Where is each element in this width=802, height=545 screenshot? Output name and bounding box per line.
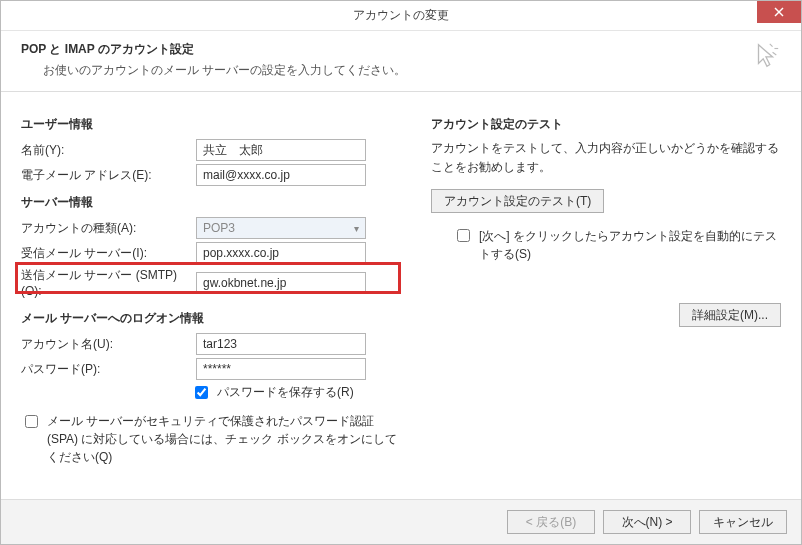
label-email: 電子メール アドレス(E): [21, 167, 196, 184]
svg-line-4 [773, 52, 777, 55]
back-button: < 戻る(B) [507, 510, 595, 534]
label-outgoing: 送信メール サーバー (SMTP)(O): [21, 267, 196, 298]
content: ユーザー情報 名前(Y): 電子メール アドレス(E): サーバー情報 アカウン… [1, 92, 801, 499]
input-account[interactable] [196, 333, 366, 355]
label-spa: メール サーバーがセキュリティで保護されたパスワード認証 (SPA) に対応して… [47, 412, 401, 466]
label-name: 名前(Y): [21, 142, 196, 159]
row-account: アカウント名(U): [21, 333, 401, 355]
input-incoming[interactable] [196, 242, 366, 264]
checkbox-spa[interactable] [25, 415, 38, 428]
header-desc: お使いのアカウントのメール サーバーの設定を入力してください。 [43, 62, 406, 79]
row-account-type: アカウントの種類(A): POP3 ▾ [21, 217, 401, 239]
footer: < 戻る(B) 次へ(N) > キャンセル [1, 499, 801, 544]
row-name: 名前(Y): [21, 139, 401, 161]
label-account-type: アカウントの種類(A): [21, 220, 196, 237]
svg-line-2 [770, 44, 773, 47]
section-test: アカウント設定のテスト [431, 116, 781, 133]
label-password: パスワード(P): [21, 361, 196, 378]
input-outgoing[interactable] [196, 272, 366, 294]
select-account-type: POP3 ▾ [196, 217, 366, 239]
row-password: パスワード(P): [21, 358, 401, 380]
next-button[interactable]: 次へ(N) > [603, 510, 691, 534]
label-auto-test: [次へ] をクリックしたらアカウント設定を自動的にテストする(S) [479, 227, 781, 263]
details-button[interactable]: 詳細設定(M)... [679, 303, 781, 327]
test-desc: アカウントをテストして、入力内容が正しいかどうかを確認することをお勧めします。 [431, 139, 781, 177]
header-title: POP と IMAP のアカウント設定 [21, 41, 406, 58]
input-email[interactable] [196, 164, 366, 186]
dialog-window: アカウントの変更 POP と IMAP のアカウント設定 お使いのアカウントのメ… [0, 0, 802, 545]
label-account: アカウント名(U): [21, 336, 196, 353]
close-icon [774, 5, 784, 20]
label-incoming: 受信メール サーバー(I): [21, 245, 196, 262]
label-save-password: パスワードを保存する(R) [217, 384, 354, 401]
select-account-type-value: POP3 [203, 221, 235, 235]
checkbox-save-password[interactable] [195, 386, 208, 399]
header: POP と IMAP のアカウント設定 お使いのアカウントのメール サーバーの設… [1, 31, 801, 92]
row-auto-test: [次へ] をクリックしたらアカウント設定を自動的にテストする(S) [453, 227, 781, 263]
titlebar: アカウントの変更 [1, 1, 801, 31]
left-column: ユーザー情報 名前(Y): 電子メール アドレス(E): サーバー情報 アカウン… [21, 108, 401, 489]
row-email: 電子メール アドレス(E): [21, 164, 401, 186]
right-column: アカウント設定のテスト アカウントをテストして、入力内容が正しいかどうかを確認す… [431, 108, 781, 489]
input-name[interactable] [196, 139, 366, 161]
checkbox-auto-test[interactable] [457, 229, 470, 242]
cancel-button[interactable]: キャンセル [699, 510, 787, 534]
row-outgoing: 送信メール サーバー (SMTP)(O): [21, 267, 401, 298]
chevron-down-icon: ▾ [354, 223, 359, 234]
header-text: POP と IMAP のアカウント設定 お使いのアカウントのメール サーバーの設… [21, 41, 406, 79]
row-incoming: 受信メール サーバー(I): [21, 242, 401, 264]
section-logon-info: メール サーバーへのログオン情報 [21, 310, 401, 327]
close-button[interactable] [757, 1, 801, 23]
row-spa: メール サーバーがセキュリティで保護されたパスワード認証 (SPA) に対応して… [21, 412, 401, 466]
section-user-info: ユーザー情報 [21, 116, 401, 133]
section-server-info: サーバー情報 [21, 194, 401, 211]
window-title: アカウントの変更 [353, 7, 449, 24]
input-password[interactable] [196, 358, 366, 380]
row-save-password: パスワードを保存する(R) [191, 383, 401, 402]
test-account-button[interactable]: アカウント設定のテスト(T) [431, 189, 604, 213]
cursor-icon [751, 41, 781, 74]
